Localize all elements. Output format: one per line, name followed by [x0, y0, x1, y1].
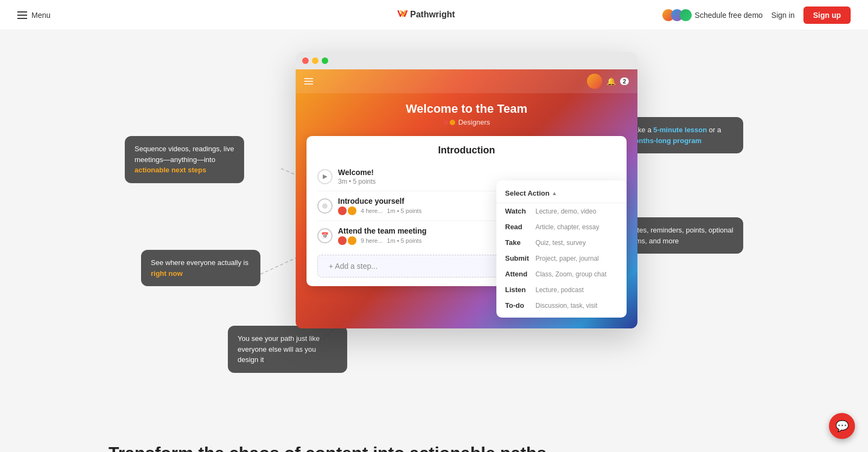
callout-see: You see your path just like everyone els… [228, 326, 347, 373]
dropdown-item-todo[interactable]: To-do Discussion, task, visit [496, 298, 627, 313]
step-icon-attend: 📅 [317, 228, 333, 243]
dropdown-desc-take: Quiz, test, survey [535, 239, 586, 247]
step-meta-introduce: 1m • 5 points [387, 208, 422, 214]
demo-avatars [662, 9, 692, 21]
step-avatar-1 [338, 206, 347, 215]
callout-where-text: See where everyone actually is right now [151, 259, 248, 277]
step-avatars-attend [338, 236, 356, 245]
dropdown-item-listen[interactable]: Listen Lecture, podcast [496, 282, 627, 298]
callout-make-text: Make a 5-minute lesson or a months-long … [628, 126, 721, 145]
callout-sequence-highlight: actionable next steps [135, 166, 206, 174]
svg-text:Pathwright: Pathwright [410, 10, 455, 19]
dropdown-item-read[interactable]: Read Article, chapter, essay [496, 219, 627, 235]
dropdown-item-watch[interactable]: Watch Lecture, demo, video [496, 203, 627, 219]
notification-count: 2 [620, 78, 629, 85]
browser-content: 🔔 2 Welcome to the Team Designers Introd… [296, 69, 637, 328]
nav-left: Menu [17, 11, 50, 20]
step-avatars-introduce [338, 206, 356, 215]
callout-dates-text: Dates, reminders, points, optional items… [628, 226, 733, 245]
dropdown-arrow-icon: ▲ [552, 190, 557, 196]
step-avatar-2 [348, 206, 356, 215]
signin-button[interactable]: Sign in [771, 11, 795, 20]
dot-green [322, 57, 328, 64]
dropdown-action-watch: Watch [505, 207, 532, 215]
step-icon-video: ▶ [317, 169, 333, 184]
menu-label: Menu [31, 11, 50, 20]
badge-dot-red [443, 120, 449, 125]
hero-section: Sequence videos, readings, live meetings… [0, 30, 868, 410]
dot-yellow [312, 57, 318, 64]
nav-right: Schedule free demo Sign in Sign up [662, 7, 851, 24]
dropdown-action-submit: Submit [505, 254, 532, 262]
path-card-title: Introduction [317, 145, 616, 156]
bell-icon: 🔔 [607, 77, 616, 86]
signup-button[interactable]: Sign up [803, 7, 851, 24]
navbar: Menu Pathwright Schedule free demo Sign … [0, 0, 868, 30]
callout-make-highlight1: 5-minute lesson [653, 126, 707, 134]
step-icon-introduce: ◎ [317, 198, 333, 214]
hamburger-icon[interactable] [17, 11, 27, 19]
step-name-welcome: Welcome! [338, 168, 616, 177]
dropdown-desc-read: Article, chapter, essay [535, 223, 599, 231]
dropdown-item-submit[interactable]: Submit Project, paper, journal [496, 250, 627, 266]
callout-make-highlight2: months-long program [628, 137, 701, 145]
badge-dot-orange [450, 120, 455, 125]
logo[interactable]: Pathwright [396, 7, 472, 24]
callout-sequence: Sequence videos, readings, live meetings… [125, 136, 244, 183]
demo-label: Schedule free demo [695, 11, 763, 20]
callout-see-text: You see your path just like everyone els… [238, 334, 320, 364]
badge-dots [443, 120, 455, 125]
dropdown-item-take[interactable]: Take Quiz, test, survey [496, 235, 627, 250]
dropdown-action-attend: Attend [505, 270, 532, 278]
step-avatar-3 [338, 236, 347, 245]
browser-titlebar [296, 52, 637, 69]
dropdown-action-todo: To-do [505, 301, 532, 309]
browser-menu-icon [304, 78, 313, 85]
dropdown-action-take: Take [505, 238, 532, 247]
dropdown-desc-attend: Class, Zoom, group chat [535, 270, 607, 278]
dropdown-action-listen: Listen [505, 286, 532, 294]
step-here-introduce: 4 here... [361, 208, 382, 214]
dropdown-menu: Select Action ▲ Watch Lecture, demo, vid… [496, 180, 627, 318]
dropdown-desc-submit: Project, paper, journal [535, 255, 599, 262]
badge-label: Designers [458, 118, 490, 126]
callout-where-highlight: right now [151, 269, 183, 277]
callout-sequence-text: Sequence videos, readings, live meetings… [135, 145, 234, 174]
designers-badge: Designers [443, 118, 490, 126]
dropdown-header-label: Select Action [505, 189, 550, 197]
browser-mockup: 🔔 2 Welcome to the Team Designers Introd… [296, 52, 637, 328]
dropdown-desc-listen: Lecture, podcast [535, 286, 584, 294]
chat-button[interactable]: 💬 [829, 413, 855, 439]
bottom-section: Transform the chaos of content into acti… [0, 410, 868, 452]
callout-where: See where everyone actually is right now [141, 250, 260, 286]
step-meta-attend: 1m • 5 points [387, 237, 422, 244]
step-here-attend: 9 here... [361, 237, 382, 244]
chat-icon: 💬 [835, 419, 849, 432]
bottom-title: Transform the chaos of content into acti… [108, 442, 760, 452]
dropdown-item-attend[interactable]: Attend Class, Zoom, group chat [496, 266, 627, 282]
dropdown-desc-watch: Lecture, demo, video [535, 208, 596, 215]
browser-topbar-right: 🔔 2 [587, 74, 629, 89]
dropdown-header: Select Action ▲ [496, 185, 627, 203]
browser-course-title: Welcome to the Team [296, 102, 637, 116]
schedule-demo-button[interactable]: Schedule free demo [662, 9, 763, 21]
browser-avatar [587, 74, 602, 89]
add-step-label: + Add a step... [329, 262, 378, 270]
browser-topbar: 🔔 2 [296, 69, 637, 93]
step-avatar-4 [348, 236, 356, 245]
dot-red [302, 57, 309, 64]
dropdown-desc-todo: Discussion, task, visit [535, 302, 597, 309]
dropdown-action-read: Read [505, 223, 532, 231]
browser-hero-text: Welcome to the Team Designers [296, 93, 637, 132]
